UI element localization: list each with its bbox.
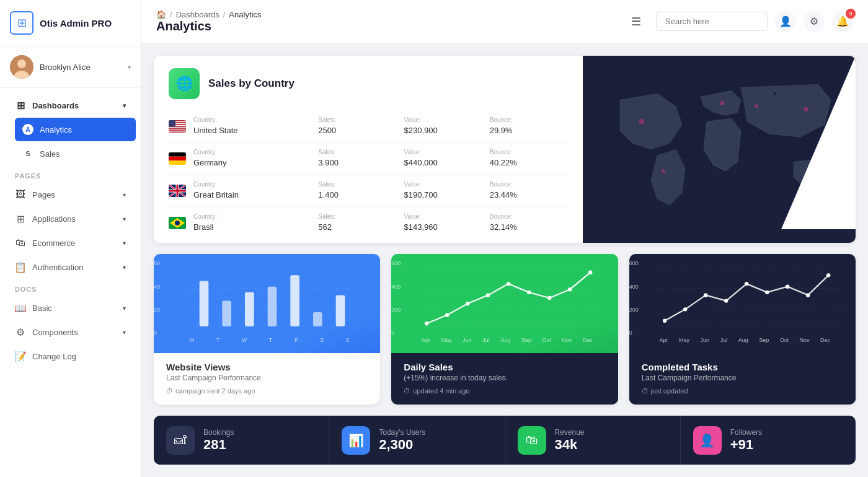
svg-rect-10: [169, 126, 186, 128]
table-row: Country: United State Sales: 2500 Value:…: [169, 110, 568, 142]
revenue-value: 34k: [555, 437, 585, 453]
sidebar-nav: ⊞ Dashboards ▾ A Analytics S Sales PAGES…: [0, 88, 141, 477]
sidebar-item-sales[interactable]: S Sales: [15, 142, 136, 165]
stats-row: 🛋 Bookings 281 📊 Today's Users 2,300 🛍 R…: [154, 416, 856, 465]
sales-val: 562: [318, 222, 332, 232]
breadcrumb-sep2: /: [223, 10, 226, 19]
followers-value: +91: [730, 437, 762, 453]
changelog-icon: 📝: [15, 351, 26, 362]
svg-rect-17: [169, 156, 186, 160]
svg-point-44: [425, 322, 428, 325]
daily-sales-card: 600 400 200 0: [391, 254, 618, 405]
chevron-down-icon-apps: ▾: [123, 216, 126, 222]
sales-val: 1.400: [318, 190, 339, 199]
sidebar-item-authentication[interactable]: 📋 Authentication ▾: [5, 255, 136, 279]
svg-point-22: [175, 221, 180, 225]
bookings-icon: 🛋: [166, 426, 195, 455]
daily-sales-footer: Daily Sales (+15%) increase in today sal…: [391, 353, 618, 405]
revenue-info: Revenue 34k: [555, 428, 585, 453]
breadcrumb-dashboards: Dashboards: [176, 10, 219, 19]
svg-rect-11: [169, 128, 186, 129]
sbc-header: 🌐 Sales by Country: [169, 68, 568, 99]
hamburger-icon[interactable]: ☰: [631, 15, 641, 28]
sidebar-item-applications[interactable]: ⊞ Applications ▾: [5, 207, 136, 230]
logo-icon: ⊞: [10, 11, 33, 35]
daily-sales-time: ⏱ updated 4 min ago: [404, 387, 605, 395]
website-views-title: Website Views: [166, 362, 368, 372]
stat-followers: 👤 Followers +91: [681, 416, 856, 465]
svg-point-27: [662, 169, 665, 173]
clock-icon: ⏱: [642, 387, 649, 395]
stat-today-users: 📊 Today's Users 2,300: [329, 416, 505, 465]
completed-tasks-footer: Completed Tasks Last Campaign Performanc…: [629, 353, 856, 405]
svg-rect-15: [169, 120, 175, 127]
svg-rect-34: [222, 301, 231, 326]
svg-rect-13: [169, 129, 186, 131]
sidebar-item-pages[interactable]: 🖼 Pages ▾: [5, 183, 136, 206]
logo-text: Otis Admin PRO: [40, 18, 112, 28]
sidebar-item-ecommerce[interactable]: 🛍 Ecommerce ▾: [5, 231, 136, 255]
country-name-col: Country: Great Britain: [193, 181, 311, 200]
user-profile-icon[interactable]: 👤: [775, 11, 796, 32]
bookings-value: 281: [203, 437, 234, 453]
sales-val: 3.900: [318, 158, 339, 167]
sidebar-item-dashboards[interactable]: ⊞ Dashboards ▾: [5, 94, 136, 117]
topbar: 🏠 / Dashboards / Analytics Analytics ☰ 👤…: [141, 0, 868, 43]
country-label: Country:: [193, 213, 311, 220]
table-row: Country: Great Britain Sales: 1.400 Valu…: [169, 175, 568, 207]
chevron-down-icon-auth: ▾: [123, 264, 126, 271]
sidebar-item-label-authentication: Authentication: [32, 263, 83, 272]
settings-icon[interactable]: ⚙: [804, 11, 825, 32]
sidebar-item-basic[interactable]: 📖 Basic ▾: [5, 296, 136, 320]
daily-sales-subtitle: (+15%) increase in today sales.: [404, 374, 605, 382]
svg-point-60: [724, 299, 728, 303]
country-name: United State: [193, 126, 238, 135]
svg-point-23: [639, 119, 644, 124]
svg-rect-35: [245, 292, 254, 326]
sidebar-item-changelog[interactable]: 📝 Change Log: [5, 344, 136, 368]
sidebar-logo: ⊞ Otis Admin PRO: [0, 0, 141, 46]
completed-tasks-title: Completed Tasks: [642, 362, 843, 372]
world-map-panel: [583, 56, 856, 243]
country-table: Country: United State Sales: 2500 Value:…: [169, 110, 568, 239]
revenue-icon: 🛍: [518, 426, 546, 455]
sales-col: Sales: 2500: [318, 116, 396, 136]
completed-tasks-x-labels: AprMayJunJulAugSepOctNovDec: [639, 337, 846, 343]
flag-gb: [169, 185, 186, 197]
chevron-down-icon-comp: ▾: [123, 329, 126, 336]
value-val: $143,960: [404, 222, 438, 232]
notification-badge: 9: [846, 9, 856, 19]
country-name: Germany: [193, 158, 226, 167]
applications-icon: ⊞: [15, 213, 26, 224]
chevron-down-icon: ▾: [128, 64, 131, 71]
table-row: Country: Germany Sales: 3.900 Value: $44…: [169, 142, 568, 175]
daily-sales-chart-area: 600 400 200 0: [391, 254, 618, 353]
sidebar-user[interactable]: Brooklyn Alice ▾: [0, 46, 141, 88]
user-name: Brooklyn Alice: [40, 63, 122, 72]
value-col: Value: $230,900: [404, 116, 482, 136]
completed-tasks-time: ⏱ just updated: [642, 387, 843, 395]
notification-icon[interactable]: 🔔 9: [832, 11, 853, 32]
ecommerce-icon: 🛍: [15, 237, 26, 248]
country-name-col: Country: Germany: [193, 149, 311, 168]
search-input[interactable]: [656, 12, 768, 31]
table-row: Country: Brasil Sales: 562 Value: $143,9…: [169, 207, 568, 239]
svg-rect-33: [200, 281, 209, 326]
components-icon: ⚙: [15, 326, 26, 338]
clock-icon: ⏱: [166, 387, 173, 395]
sales-val: 2500: [318, 126, 336, 135]
sidebar-item-analytics[interactable]: A Analytics: [15, 118, 136, 141]
authentication-icon: 📋: [15, 261, 26, 273]
bounce-val: 29.9%: [490, 126, 513, 135]
sales-col: Sales: 3.900: [318, 149, 396, 168]
svg-point-64: [806, 294, 810, 297]
sidebar-item-components[interactable]: ⚙ Components ▾: [5, 320, 136, 344]
svg-point-47: [486, 294, 490, 297]
content-area: 🌐 Sales by Country: [141, 43, 868, 477]
main-area: 🏠 / Dashboards / Analytics Analytics ☰ 👤…: [141, 0, 868, 477]
value-col: Value: $143,960: [404, 213, 482, 232]
followers-icon: 👤: [693, 426, 722, 455]
flag-us: [169, 120, 186, 133]
completed-tasks-chart-area: 600 400 200 0: [629, 254, 856, 353]
bounce-label: Bounce:: [490, 181, 568, 188]
